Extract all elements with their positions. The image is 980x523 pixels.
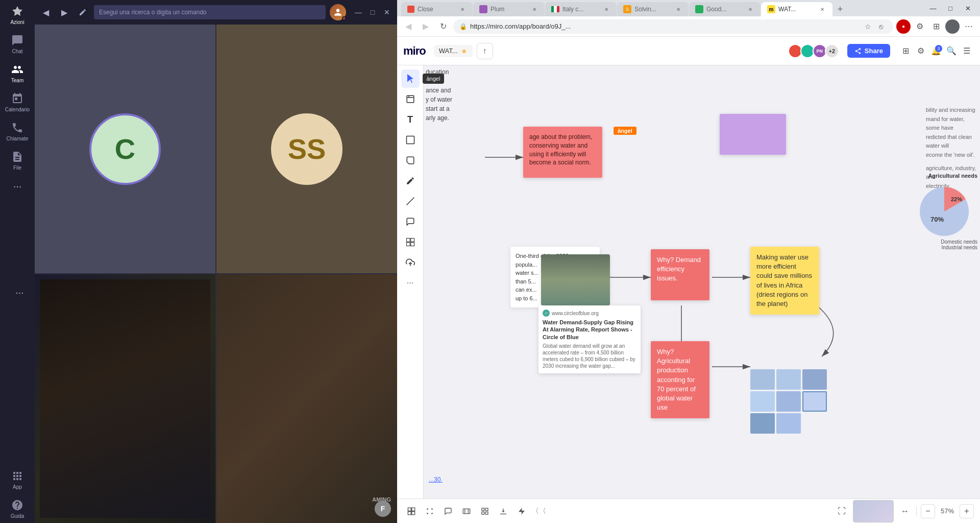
address-bar[interactable]: 🔒 https://miro.com/app/board/o9J_... ☆ ⎋ (453, 19, 893, 34)
tab-italy[interactable]: Italy c... ✕ (545, 2, 617, 16)
tab-close-btn[interactable]: ✕ (458, 5, 467, 13)
menu-tool-btn[interactable]: ☰ (960, 44, 974, 58)
bottom-frame-btn[interactable] (458, 503, 475, 519)
canvas-url[interactable]: ...30. (429, 476, 443, 483)
browser-maximize-btn[interactable]: □ (942, 3, 959, 14)
miro-canvas[interactable]: ducation ut the ance and y of water star… (424, 65, 980, 498)
back-button[interactable]: ◀ (39, 5, 53, 19)
sidebar-item-chat[interactable]: Chat (0, 29, 35, 58)
notifications-btn[interactable]: 🔔 3 (929, 44, 943, 58)
sidebar-item-file[interactable]: File (0, 146, 35, 175)
fullscreen-btn[interactable]: ⛶ (835, 504, 849, 518)
text-tool-btn[interactable]: T (401, 110, 420, 129)
bottom-layout-btn[interactable] (477, 503, 493, 519)
sidebar-item-guida[interactable]: Guida (0, 494, 35, 523)
blue-item-1[interactable] (750, 369, 775, 390)
sidebar-item-app[interactable]: App (0, 465, 35, 494)
browser-minimize-btn[interactable]: — (925, 3, 941, 14)
layout-tool-btn[interactable]: ⊞ (898, 44, 913, 58)
bottom-collapse-btn[interactable]: 〈〈 (532, 504, 546, 518)
minimize-button[interactable]: — (352, 6, 364, 18)
sticky-note-purple[interactable] (720, 114, 786, 155)
back-nav-btn[interactable]: ◀ (401, 19, 415, 34)
account-btn[interactable] (945, 19, 960, 34)
sticky-note-agricultural[interactable]: Why? Agricultural production acconting f… (651, 341, 709, 418)
blue-item-4[interactable] (750, 391, 775, 412)
grid-tool-btn[interactable] (401, 233, 420, 251)
sticky-note-demand[interactable]: Why? Demand efficiency issues. (651, 249, 709, 300)
miro-upload-btn[interactable]: ↑ (477, 43, 493, 59)
teams-search[interactable]: Esegui una ricerca o digita un comando (94, 5, 326, 19)
tab-close-btn[interactable]: ✕ (818, 5, 826, 13)
new-tab-button[interactable]: + (833, 2, 847, 16)
external-link-icon[interactable]: ⎋ (875, 20, 887, 33)
tab-solving[interactable]: S Solvin... ✕ (617, 2, 689, 16)
frame-tool-btn[interactable] (401, 90, 420, 108)
line-tool-btn[interactable] (401, 192, 420, 210)
tab-close-btn[interactable]: ✕ (674, 5, 682, 13)
tab-close-btn[interactable]: ✕ (746, 5, 754, 13)
cast-btn[interactable]: ⊞ (929, 19, 943, 34)
svg-line-4 (406, 198, 414, 205)
bottom-lightning-btn[interactable] (513, 503, 530, 519)
teams-sidebar: Azioni Chat Team Calendario Chiamate Fil… (0, 0, 35, 523)
bottom-grid-btn[interactable] (403, 503, 420, 519)
search-tool-btn[interactable]: 🔍 (944, 44, 959, 58)
blue-item-6[interactable] (802, 391, 827, 412)
collab-count: +2 (825, 44, 839, 58)
profile-avatar[interactable] (945, 19, 960, 34)
upload-tool-btn[interactable] (401, 253, 420, 272)
forward-button[interactable]: ▶ (57, 5, 71, 19)
sticky-text-agricultural: Why? Agricultural production acconting f… (657, 348, 696, 411)
bottom-comment-btn[interactable] (440, 503, 456, 519)
settings-tool-btn[interactable]: ⚙ (914, 44, 928, 58)
cursor-tool-btn[interactable]: ängel (401, 69, 420, 88)
maximize-button[interactable]: □ (366, 6, 379, 18)
video-feed-1 (35, 274, 215, 523)
comment-tool-btn[interactable] (401, 212, 420, 231)
sidebar-item-team[interactable]: Team (0, 58, 35, 87)
tab-good[interactable]: Good... ✕ (689, 2, 761, 16)
fit-width-btn[interactable]: ↔ (898, 504, 912, 518)
blue-item-5[interactable] (776, 391, 801, 412)
extensions-btn[interactable]: ⚙ (913, 19, 927, 34)
minimap-btn[interactable] (853, 500, 894, 522)
forward-nav-btn[interactable]: ▶ (419, 19, 433, 34)
user-avatar[interactable] (330, 4, 346, 20)
shapes-tool-btn[interactable] (401, 131, 420, 149)
blue-item-7[interactable] (750, 413, 775, 434)
miro-board-name[interactable]: WAT... ★ (434, 45, 473, 57)
browser-menu-btn[interactable]: ⋯ (962, 19, 976, 34)
bookmark-icon[interactable]: ☆ (862, 20, 874, 33)
sidebar-item-chiamate[interactable]: Chiamate (0, 116, 35, 146)
close-button[interactable]: ✕ (381, 6, 393, 18)
blue-item-8[interactable] (776, 413, 801, 434)
more-tools-btn[interactable]: ··· (401, 274, 420, 292)
zoom-out-btn[interactable]: − (921, 504, 935, 518)
bottom-crop-btn[interactable] (422, 503, 438, 519)
miro-share-btn[interactable]: Share (847, 44, 890, 58)
zoom-in-btn[interactable]: + (960, 504, 974, 518)
sidebar-item-calendario[interactable]: Calendario (0, 87, 35, 116)
participant-video1-cell (35, 274, 215, 523)
sticky-note-making[interactable]: Making water use more efficient could sa… (750, 247, 819, 315)
bottom-export-btn[interactable] (495, 503, 511, 519)
water-image-card[interactable] (541, 254, 610, 305)
blue-item-2[interactable] (776, 369, 801, 390)
link-preview-card[interactable]: ○ www.circleofblue.org Water Demand-Supp… (538, 305, 641, 373)
edit-button[interactable] (76, 5, 90, 19)
sidebar-item-azioni[interactable]: Azioni (0, 0, 35, 29)
browser-close-btn[interactable]: ✕ (960, 3, 976, 14)
reload-btn[interactable]: ↻ (436, 19, 450, 34)
more-options-btn[interactable]: ··· (15, 287, 24, 298)
tab-plum[interactable]: Plum ✕ (473, 2, 545, 16)
blue-item-3[interactable] (802, 369, 827, 390)
tab-close-btn[interactable]: ✕ (530, 5, 538, 13)
tab-close-btn[interactable]: ✕ (602, 5, 610, 13)
tab-miro-wat[interactable]: m WAT... ✕ (761, 2, 832, 16)
pen-tool-btn[interactable] (401, 172, 420, 190)
sidebar-item-more[interactable]: ··· (0, 175, 35, 197)
sticky-tool-btn[interactable] (401, 151, 420, 170)
tab-close[interactable]: Close ✕ (401, 2, 473, 16)
sticky-note-sn1[interactable]: age about the problem, conserving water … (523, 127, 602, 178)
